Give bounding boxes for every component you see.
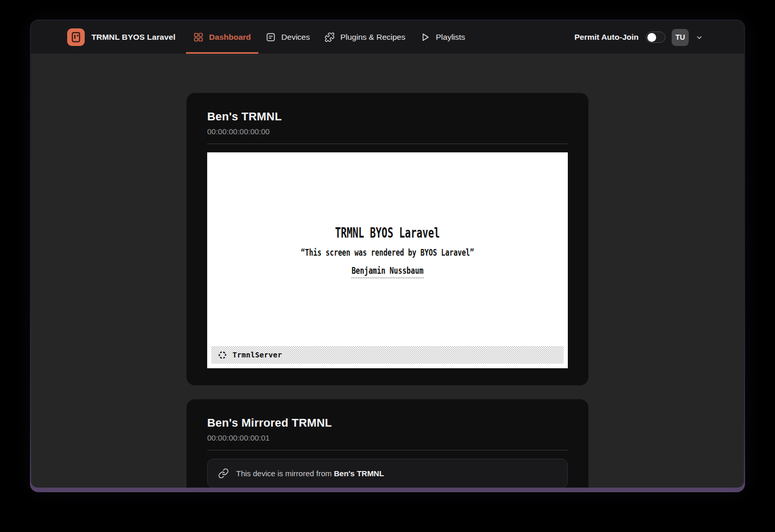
- tab-dashboard[interactable]: Dashboard: [186, 21, 258, 54]
- link-icon: [218, 468, 229, 479]
- tab-playlists[interactable]: Playlists: [413, 21, 473, 54]
- tab-plugins-recipes-label: Plugins & Recipes: [340, 33, 406, 42]
- navbar: TRMNL BYOS Laravel Dashboard: [31, 21, 744, 54]
- tab-devices[interactable]: Devices: [258, 21, 317, 54]
- nav-tabs: Dashboard Devices: [186, 21, 473, 54]
- device-name: Ben's Mirrored TRMNL: [207, 416, 568, 430]
- trmnl-logo-icon: [67, 28, 85, 46]
- device-icon: [266, 32, 276, 42]
- device-card-bens-trmnl: Ben's TRMNL 00:00:00:00:00:00 TRMNL BYOS…: [187, 93, 588, 385]
- app-title: TRMNL BYOS Laravel: [91, 33, 176, 42]
- permit-auto-join-label: Permit Auto-Join: [575, 33, 639, 42]
- device-mac-address: 00:00:00:00:00:00: [207, 127, 568, 136]
- mirror-source-device: Ben's TRMNL: [334, 469, 384, 478]
- tab-playlists-label: Playlists: [436, 33, 466, 42]
- device-screen-preview: TRMNL BYOS Laravel “This screen was rend…: [207, 152, 568, 368]
- screen-heading: TRMNL BYOS Laravel: [335, 225, 440, 241]
- app-window-frame: TRMNL BYOS Laravel Dashboard: [30, 20, 745, 492]
- device-mac-address: 00:00:00:00:00:01: [207, 433, 568, 442]
- navbar-right: Permit Auto-Join TU: [575, 29, 704, 46]
- play-icon: [420, 32, 430, 42]
- tab-devices-label: Devices: [282, 33, 310, 42]
- screen-status-bar: TrmnlServer: [211, 346, 564, 364]
- puzzle-icon: [324, 32, 335, 42]
- grid-icon: [193, 32, 204, 42]
- brand: TRMNL BYOS Laravel: [67, 28, 176, 46]
- permit-auto-join-toggle[interactable]: [646, 32, 665, 43]
- screen-quote: “This screen was rendered by BYOS Larave…: [301, 247, 474, 258]
- device-name: Ben's TRMNL: [207, 110, 568, 123]
- chevron-down-icon[interactable]: [695, 33, 704, 42]
- dashboard-content: Ben's TRMNL 00:00:00:00:00:00 TRMNL BYOS…: [31, 54, 744, 488]
- status-bar-label: TrmnlServer: [233, 351, 282, 359]
- spinner-icon: [218, 350, 227, 360]
- app-window: TRMNL BYOS Laravel Dashboard: [31, 21, 744, 488]
- divider: [207, 144, 568, 144]
- tab-plugins-recipes[interactable]: Plugins & Recipes: [317, 21, 413, 54]
- tab-dashboard-label: Dashboard: [209, 33, 251, 42]
- device-card-bens-mirrored-trmnl: Ben's Mirrored TRMNL 00:00:00:00:00:01 T…: [187, 399, 588, 488]
- mirror-notice-text: This device is mirrored from Ben's TRMNL: [236, 469, 384, 478]
- mirror-notice: This device is mirrored from Ben's TRMNL: [207, 459, 568, 488]
- screen-author: Benjamin Nussbaum: [351, 265, 423, 278]
- mirror-notice-prefix: This device is mirrored from: [236, 469, 334, 478]
- toggle-knob: [647, 33, 656, 42]
- divider: [207, 450, 568, 450]
- avatar[interactable]: TU: [672, 29, 689, 46]
